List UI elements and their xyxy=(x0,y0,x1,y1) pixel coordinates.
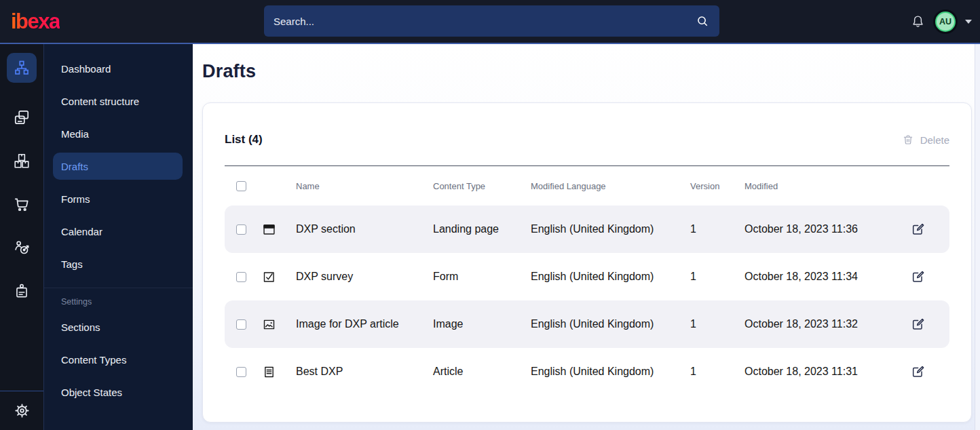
products-icon[interactable] xyxy=(13,152,31,170)
table-row[interactable]: DXP section Landing page English (United… xyxy=(225,206,949,253)
cell-content-type: Image xyxy=(433,318,531,330)
user-avatar[interactable]: AU xyxy=(935,12,956,32)
cell-name: DXP section xyxy=(296,223,433,235)
trash-icon xyxy=(902,134,914,146)
cell-modified: October 18, 2023 11:36 xyxy=(745,223,911,235)
row-checkbox[interactable] xyxy=(236,272,246,282)
cell-name: DXP survey xyxy=(296,271,433,283)
cell-version: 1 xyxy=(690,366,745,378)
col-modified: Modified xyxy=(745,181,911,191)
sidebar-item-media[interactable]: Media xyxy=(53,120,183,147)
table-row[interactable]: DXP survey Form English (United Kingdom)… xyxy=(225,253,949,300)
sidebar-item-content-types[interactable]: Content Types xyxy=(53,346,183,373)
row-checkbox[interactable] xyxy=(236,319,246,330)
search-input[interactable] xyxy=(274,16,695,27)
page-title: Drafts xyxy=(202,61,972,82)
table-row[interactable]: Image for DXP article Image English (Uni… xyxy=(225,300,949,348)
cell-modified: October 18, 2023 11:34 xyxy=(745,271,911,283)
select-all-checkbox[interactable] xyxy=(236,181,246,191)
rail-bottom xyxy=(0,391,43,430)
landing-page-icon xyxy=(262,222,296,237)
edit-icon[interactable] xyxy=(911,317,949,332)
cell-content-type: Landing page xyxy=(433,223,531,235)
cell-name: Best DXP xyxy=(296,366,433,378)
cart-icon[interactable] xyxy=(13,195,31,213)
topbar-actions: AU xyxy=(910,0,972,43)
sidebar-item-forms[interactable]: Forms xyxy=(53,185,183,212)
sidebar-divider xyxy=(44,288,193,288)
topbar: ibexa AU xyxy=(0,0,980,44)
cell-modified: October 18, 2023 11:32 xyxy=(745,318,911,330)
sidebar-section-label: Settings xyxy=(61,297,193,307)
table-header: Name Content Type Modified Language Vers… xyxy=(225,165,949,206)
sidebar-item-calendar[interactable]: Calendar xyxy=(53,218,183,245)
edit-icon[interactable] xyxy=(911,364,949,379)
sidebar: Dashboard Content structure Media Drafts… xyxy=(43,44,193,430)
sidebar-item-object-states[interactable]: Object States xyxy=(53,378,183,406)
image-icon xyxy=(262,317,296,332)
row-checkbox[interactable] xyxy=(236,224,246,235)
pages-icon[interactable] xyxy=(13,109,31,126)
table-row[interactable]: Best DXP Article English (United Kingdom… xyxy=(225,348,949,395)
delete-button[interactable]: Delete xyxy=(902,134,949,146)
article-icon xyxy=(262,365,296,379)
segments-icon[interactable] xyxy=(13,239,31,256)
cell-language: English (United Kingdom) xyxy=(531,223,690,235)
col-name: Name xyxy=(296,181,433,191)
scrollbar[interactable] xyxy=(975,44,980,430)
edit-icon[interactable] xyxy=(911,269,949,284)
user-menu-caret-icon[interactable] xyxy=(965,20,972,24)
sidebar-item-content-structure[interactable]: Content structure xyxy=(53,87,183,115)
sidebar-item-sections[interactable]: Sections xyxy=(53,313,183,340)
list-title: List (4) xyxy=(225,133,263,146)
edit-icon[interactable] xyxy=(911,222,949,237)
delete-label: Delete xyxy=(920,134,949,146)
content-tree-icon[interactable] xyxy=(7,53,37,83)
col-modified-language: Modified Language xyxy=(531,181,690,191)
card-header: List (4) Delete xyxy=(225,132,949,148)
sidebar-item-drafts[interactable]: Drafts xyxy=(53,153,183,180)
cell-name: Image for DXP article xyxy=(296,318,433,330)
cell-version: 1 xyxy=(690,318,745,330)
main-content: Drafts List (4) Delete xyxy=(193,44,980,430)
cell-content-type: Article xyxy=(433,366,531,378)
cell-language: English (United Kingdom) xyxy=(531,318,690,330)
form-icon xyxy=(262,270,296,284)
settings-gear-icon[interactable] xyxy=(14,402,31,419)
global-search[interactable] xyxy=(264,5,719,37)
app-body: Dashboard Content structure Media Drafts… xyxy=(0,44,980,430)
notifications-bell-icon[interactable] xyxy=(910,14,926,29)
sidebar-item-tags[interactable]: Tags xyxy=(53,250,183,277)
row-checkbox[interactable] xyxy=(236,367,246,377)
ibexa-logo: ibexa xyxy=(11,11,60,32)
cell-version: 1 xyxy=(690,223,745,235)
cell-content-type: Form xyxy=(433,271,531,283)
sidebar-item-dashboard[interactable]: Dashboard xyxy=(53,55,183,82)
cell-version: 1 xyxy=(690,271,745,283)
cell-language: English (United Kingdom) xyxy=(531,366,690,378)
col-version: Version xyxy=(690,181,745,191)
col-content-type: Content Type xyxy=(433,181,531,191)
cell-language: English (United Kingdom) xyxy=(531,271,690,283)
cell-modified: October 18, 2023 11:31 xyxy=(745,366,911,378)
personnel-icon[interactable] xyxy=(13,282,31,300)
icon-rail xyxy=(0,44,43,430)
search-icon[interactable] xyxy=(695,14,710,28)
drafts-card: List (4) Delete Name Co xyxy=(202,102,972,423)
